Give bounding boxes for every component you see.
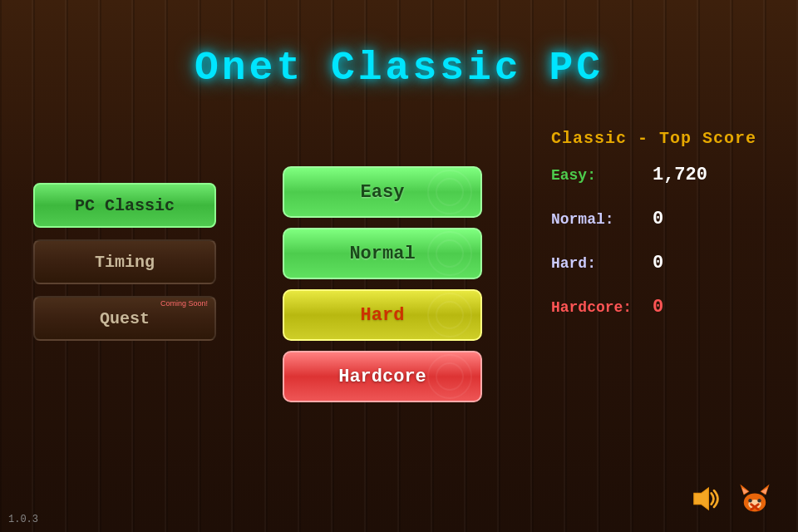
version-label: 1.0.3 <box>8 514 38 525</box>
normal-score-value: 0 <box>653 209 663 229</box>
sidebar-item-timing[interactable]: Timing <box>33 239 216 284</box>
easy-score-value: 1,720 <box>653 165 707 185</box>
hard-score-label: Hard: <box>551 255 643 272</box>
hardcore-score-value: 0 <box>653 297 663 318</box>
sidebar-item-pc-classic[interactable]: PC Classic <box>33 183 216 228</box>
normal-score-label: Normal: <box>551 211 643 228</box>
quest-label: Quest <box>100 309 150 328</box>
sidebar: PC Classic Timing Quest Coming Soon! <box>33 183 216 341</box>
exit-button[interactable] <box>736 480 773 517</box>
game-mode-buttons: Easy Normal Hard Hardcore <box>283 166 482 402</box>
score-row-easy: Easy: 1,720 <box>551 165 756 185</box>
score-title: Classic - Top Score <box>551 129 756 148</box>
normal-button[interactable]: Normal <box>283 228 482 279</box>
svg-point-7 <box>748 499 751 502</box>
svg-marker-0 <box>694 488 709 510</box>
score-row-hardcore: Hardcore: 0 <box>551 297 756 318</box>
app-title: Onet Classic PC <box>195 46 603 91</box>
sound-button[interactable] <box>687 480 723 517</box>
score-panel: Classic - Top Score Easy: 1,720 Normal: … <box>551 129 756 341</box>
coming-soon-badge: Coming Soon! <box>160 299 208 308</box>
score-row-normal: Normal: 0 <box>551 209 756 229</box>
hardcore-button[interactable]: Hardcore <box>283 351 482 402</box>
easy-score-label: Easy: <box>551 167 643 184</box>
svg-point-8 <box>757 499 761 502</box>
hard-score-value: 0 <box>653 253 663 273</box>
hardcore-score-label: Hardcore: <box>551 299 643 316</box>
hard-button[interactable]: Hard <box>283 289 482 341</box>
sidebar-item-quest[interactable]: Quest Coming Soon! <box>33 296 216 341</box>
score-row-hard: Hard: 0 <box>551 253 756 273</box>
easy-button[interactable]: Easy <box>283 166 482 218</box>
bottom-icons <box>687 480 773 517</box>
